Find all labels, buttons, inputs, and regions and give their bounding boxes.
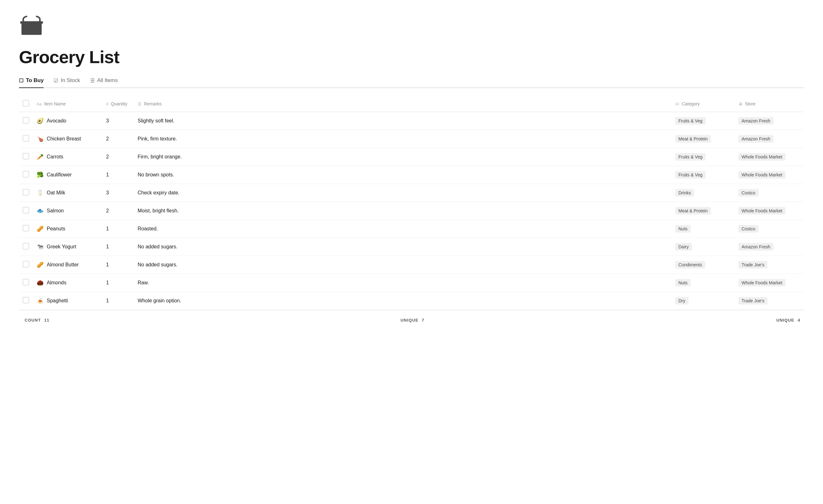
item-name: Cauliflower (47, 172, 72, 178)
item-store-badge: Whole Foods Market (738, 153, 786, 161)
item-icon: 🐟 (37, 207, 43, 214)
tab-to-buy[interactable]: ☐ To Buy (19, 77, 43, 88)
item-quantity: 2 (106, 208, 109, 213)
item-category-badge: Fruits & Veg (675, 117, 705, 125)
tab-all-items-icon: ☰ (90, 77, 95, 83)
item-remarks: No added sugars. (138, 262, 177, 267)
item-remarks: No brown spots. (138, 172, 174, 177)
table-row: 🥛 Oat Milk 3 Check expiry date. Drinks C… (19, 184, 804, 202)
item-icon: 🥜 (37, 261, 43, 268)
item-store-badge: Costco (738, 225, 759, 232)
svg-rect-1 (20, 21, 43, 24)
item-store-badge: Whole Foods Market (738, 207, 786, 215)
row-quantity-cell: 2 (102, 130, 134, 148)
row-name-cell: 🥜 Almond Butter (33, 256, 102, 274)
row-checkbox[interactable] (23, 171, 29, 177)
row-quantity-cell: 1 (102, 274, 134, 292)
row-store-cell: Trade Joe's (734, 292, 804, 310)
table-row: 🐄 Greek Yogurt 1 No added sugars. Dairy … (19, 238, 804, 256)
item-remarks: Pink, firm texture. (138, 136, 177, 141)
row-checkbox[interactable] (23, 189, 29, 195)
tab-all-items[interactable]: ☰ All Items (90, 77, 118, 88)
footer-unique-cat: UNIQUE 7 (281, 315, 542, 325)
row-checkbox[interactable] (23, 243, 29, 249)
item-store-badge: Amazon Fresh (738, 117, 774, 125)
row-category-cell: Fruits & Veg (671, 148, 734, 166)
row-name-cell: 🍗 Chicken Breast (33, 130, 102, 148)
row-checkbox[interactable] (23, 135, 29, 141)
item-quantity: 1 (106, 298, 109, 303)
row-checkbox[interactable] (23, 207, 29, 213)
table-row: 🌰 Almonds 1 Raw. Nuts Whole Foods Market (19, 274, 804, 292)
col-remarks-icon: ☰ (138, 102, 141, 106)
item-store-badge: Trade Joe's (738, 261, 768, 269)
row-remarks-cell: Raw. (134, 274, 671, 292)
item-name: Peanuts (47, 226, 65, 232)
row-category-cell: Meat & Protein (671, 130, 734, 148)
table-row: 🥜 Peanuts 1 Roasted. Nuts Costco (19, 220, 804, 238)
row-remarks-cell: No added sugars. (134, 238, 671, 256)
row-store-cell: Whole Foods Market (734, 166, 804, 184)
row-checkbox[interactable] (23, 279, 29, 285)
row-quantity-cell: 2 (102, 148, 134, 166)
col-name-icon: Aa (37, 102, 42, 106)
row-remarks-cell: Pink, firm texture. (134, 130, 671, 148)
item-name: Oat Milk (47, 190, 65, 196)
row-category-cell: Meat & Protein (671, 202, 734, 220)
row-checkbox[interactable] (23, 261, 29, 267)
table-row: 🥕 Carrots 2 Firm, bright orange. Fruits … (19, 148, 804, 166)
item-quantity: 3 (106, 118, 109, 123)
item-store-badge: Amazon Fresh (738, 243, 774, 250)
item-quantity: 1 (106, 244, 109, 249)
item-quantity: 3 (106, 190, 109, 195)
tab-in-stock-icon: ☑ (54, 77, 58, 83)
row-checkbox[interactable] (23, 225, 29, 231)
header-checkbox[interactable] (23, 100, 29, 106)
item-name: Almonds (47, 280, 66, 286)
row-quantity-cell: 1 (102, 220, 134, 238)
row-remarks-cell: Check expiry date. (134, 184, 671, 202)
item-remarks: Firm, bright orange. (138, 154, 182, 159)
row-checkbox[interactable] (23, 297, 29, 303)
item-quantity: 1 (106, 280, 109, 285)
item-name: Spaghetti (47, 298, 68, 304)
row-checkbox-cell (19, 220, 33, 238)
table-header-row: Aa Item Name # Quantity ☰ Remarks 🏷 Cate… (19, 96, 804, 112)
row-name-cell: 🍝 Spaghetti (33, 292, 102, 310)
item-icon: 🐄 (37, 243, 43, 250)
item-icon: 🥜 (37, 225, 43, 232)
item-quantity: 2 (106, 154, 109, 159)
col-header-quantity: # Quantity (102, 96, 134, 112)
row-remarks-cell: No brown spots. (134, 166, 671, 184)
item-remarks: No added sugars. (138, 244, 177, 249)
item-icon: 🥛 (37, 189, 43, 196)
row-name-cell: 🐄 Greek Yogurt (33, 238, 102, 256)
item-category-badge: Meat & Protein (675, 207, 711, 215)
item-icon: 🍗 (37, 135, 43, 142)
row-store-cell: Amazon Fresh (734, 238, 804, 256)
table-row: 🍗 Chicken Breast 2 Pink, firm texture. M… (19, 130, 804, 148)
col-header-remarks: ☰ Remarks (134, 96, 671, 112)
row-name-cell: 🥦 Cauliflower (33, 166, 102, 184)
row-store-cell: Costco (734, 220, 804, 238)
item-name: Chicken Breast (47, 136, 81, 142)
row-name-cell: 🥕 Carrots (33, 148, 102, 166)
table-footer: COUNT 11 UNIQUE 7 UNIQUE 4 (19, 310, 804, 325)
item-icon: 🥦 (37, 171, 43, 178)
row-remarks-cell: Slightly soft feel. (134, 112, 671, 130)
page-title: Grocery List (19, 47, 804, 67)
row-checkbox[interactable] (23, 153, 29, 159)
item-icon: 🥕 (37, 153, 43, 160)
item-remarks: Slightly soft feel. (138, 118, 175, 123)
grocery-table: Aa Item Name # Quantity ☰ Remarks 🏷 Cate… (19, 96, 804, 310)
item-category-badge: Nuts (675, 225, 691, 232)
row-store-cell: Whole Foods Market (734, 202, 804, 220)
row-checkbox[interactable] (23, 117, 29, 123)
row-category-cell: Fruits & Veg (671, 112, 734, 130)
row-remarks-cell: No added sugars. (134, 256, 671, 274)
row-category-cell: Nuts (671, 274, 734, 292)
item-category-badge: Nuts (675, 279, 691, 287)
tab-in-stock[interactable]: ☑ In Stock (54, 77, 80, 88)
row-remarks-cell: Moist, bright flesh. (134, 202, 671, 220)
row-checkbox-cell (19, 166, 33, 184)
